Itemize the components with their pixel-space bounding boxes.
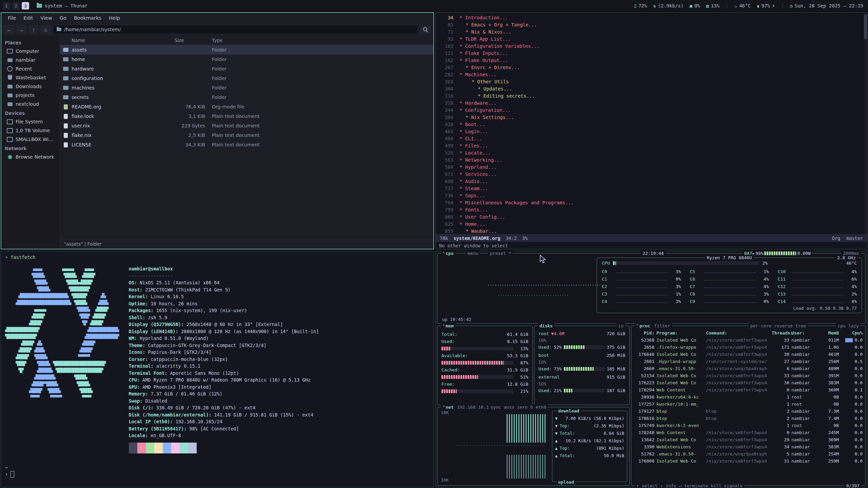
column-header-type[interactable]: Type: [211, 38, 433, 43]
shell-prompt[interactable]: ›: [5, 471, 434, 477]
memory-indicator[interactable]: ▤ 13%: [706, 3, 719, 8]
process-row[interactable]: 2601 .Hyprland-wrapp /run/current-system…: [634, 358, 863, 365]
process-row[interactable]: 175749 kworker/6:2-even 1 root 0B 0.0: [634, 422, 863, 429]
menu-item[interactable]: Bookmarks: [71, 14, 104, 22]
menu-button[interactable]: menu: [466, 250, 480, 256]
menu-item[interactable]: Go: [57, 14, 70, 22]
org-heading-line[interactable]: 34 * Introduction...: [436, 14, 864, 21]
up-button[interactable]: ↑: [28, 25, 39, 34]
process-row[interactable]: 178248 Web Content /nix/store/sm8fnrf3wp…: [634, 429, 863, 436]
menu-item[interactable]: View: [37, 14, 55, 22]
clock[interactable]: ◷ Sun, 28 Sep 2025 – 22:19: [790, 3, 863, 8]
file-row[interactable]: flake.nix 2,5 KiB Plain text document: [60, 130, 433, 140]
proc-toggles[interactable]: per-core reverse tree: [749, 323, 808, 328]
menu-item[interactable]: Help: [106, 14, 123, 22]
org-heading-line[interactable]: 764 * Miscellaneous Packages and Program…: [436, 199, 864, 206]
file-row[interactable]: machines Folder: [60, 83, 433, 93]
cpu-indicator[interactable]: ▣ 0%: [690, 3, 700, 8]
process-row[interactable]: 177257 kworker/10:1-mm_ 1 root 0B 0.0: [634, 401, 863, 408]
org-heading-line[interactable]: 282 * Machines...: [436, 71, 864, 78]
sidebar-item[interactable]: Downloads: [1, 82, 60, 91]
preset-button[interactable]: preset *: [488, 250, 513, 256]
sort-mode[interactable]: cpu lazy: [836, 323, 861, 328]
org-heading-line[interactable]: 103 * Configuration Variables...: [436, 43, 864, 50]
file-row[interactable]: secrets Folder: [60, 93, 433, 102]
org-heading-line[interactable]: 384 * Nix Settings...: [436, 114, 864, 121]
org-heading-line[interactable]: 71 * Nix & Nixos...: [436, 28, 864, 36]
back-button[interactable]: ←: [4, 25, 14, 34]
org-heading-line[interactable]: 428 * Boot...: [436, 121, 864, 128]
process-row[interactable]: 2658 .firefox-wrappe /nix/store/sm8fnrf3…: [634, 344, 863, 351]
column-header-size[interactable]: Size: [173, 38, 211, 43]
workspace-button[interactable]: 1: [3, 2, 10, 9]
sidebar-item[interactable]: nambiar: [1, 56, 60, 64]
process-row[interactable]: 176223 Isolated Web Co /nix/store/sm8fnr…: [634, 379, 863, 386]
battery-indicator[interactable]: ▮ 97% ⚡: [757, 3, 775, 8]
process-row[interactable]: 52134 Isolated Web Co /nix/store/sm8fnrf…: [634, 372, 863, 379]
org-heading-line[interactable]: 526 * Locale...: [436, 149, 864, 157]
org-heading-line[interactable]: 698 * Audio...: [436, 178, 864, 185]
process-row[interactable]: 178616 btop btop 2 nambiar 7.4M 0.0: [634, 415, 863, 422]
workspace-button[interactable]: 2: [12, 2, 20, 9]
process-row[interactable]: 52368 Isolated Web Co /nix/store/sm8fnrf…: [634, 337, 863, 344]
io-mode-toggle[interactable]: io: [616, 323, 625, 328]
file-row[interactable]: user.nix 229 bytes Plain text document: [60, 121, 433, 130]
process-row[interactable]: 178294 Web Content /nix/store/sm8fnrf3wp…: [634, 386, 863, 393]
process-row[interactable]: 3390 WebExtensions /nix/store/sm8fnrf3wp…: [634, 443, 863, 450]
sidebar-item[interactable]: Recent: [1, 64, 60, 73]
temperature-indicator[interactable]: ♨ 46°C: [734, 3, 751, 8]
volume-indicator[interactable]: ♫ 72%: [634, 3, 647, 8]
process-row[interactable]: 176646 Isolated Web Co /nix/store/sm8fnr…: [634, 351, 863, 358]
process-row[interactable]: 51762 .emacs-31.0.50- /nix/store/wnqz5pa…: [634, 450, 863, 458]
sidebar-item[interactable]: Browse Network: [1, 152, 60, 161]
org-heading-line[interactable]: 584 * Hyprland...: [436, 164, 864, 171]
org-heading-line[interactable]: 65 * Emacs + Org + Tangle...: [436, 21, 864, 28]
org-heading-line[interactable]: 93 * TLDR App List...: [436, 36, 864, 43]
sidebar-item[interactable]: SMALLBOX Wi…: [1, 135, 60, 144]
org-heading-line[interactable]: 736 * Sops...: [436, 192, 864, 199]
process-row[interactable]: 179127 btop btop 2 nambiar 7.3M 0.0: [634, 408, 863, 415]
scrollbar[interactable]: [864, 13, 867, 234]
org-heading-line[interactable]: 121 * Flake Inputs...: [436, 50, 864, 57]
org-buffer[interactable]: 34 * Introduction... 65 * Emacs + Org + …: [436, 13, 864, 236]
menu-item[interactable]: Edit: [20, 14, 36, 22]
sidebar-item[interactable]: Computer: [1, 47, 60, 56]
org-heading-line[interactable]: 304 * Updates...: [436, 85, 864, 93]
home-button[interactable]: ⌂: [41, 25, 51, 34]
process-row[interactable]: 2660 .emacs-31.0.50- /nix/store/wnqz5pa8…: [634, 365, 863, 372]
sidebar-item[interactable]: nextcloud: [1, 100, 60, 108]
org-heading-line[interactable]: 799 * Fonts...: [436, 206, 864, 214]
column-header-name[interactable]: Name: [72, 38, 173, 43]
org-heading-line[interactable]: 563 * Networking...: [436, 157, 864, 164]
process-row[interactable]: 176000 Isolated Web Co /nix/store/sm8fnr…: [634, 458, 863, 465]
path-input[interactable]: /home/nambiar/system/: [53, 25, 418, 34]
org-heading-line[interactable]: 344 * Configuration...: [436, 107, 864, 114]
proc-footer-keys[interactable]: ↑ select ↓ info ↵ terminate kill signals: [635, 483, 744, 488]
org-heading-line[interactable]: 303 * Other Utils: [436, 78, 864, 85]
terminal-window[interactable]: › fastfetch ▗▄▄▄ ▗▄▄▄▄ ▄▄▄▖ ▜███▙ ▜███▙ …: [1, 251, 434, 487]
sidebar-item[interactable]: 1,0 TB Volume: [1, 126, 60, 135]
sidebar-item[interactable]: projects: [1, 91, 60, 100]
org-heading-line[interactable]: 825 * Home...: [436, 221, 864, 228]
file-row[interactable]: README.org 76,4 KiB Org-mode file: [60, 102, 433, 111]
org-heading-line[interactable]: 484 * CLI...: [436, 135, 864, 142]
org-heading-line[interactable]: 267 * Envrc + Direnv...: [436, 64, 864, 71]
search-button[interactable]: [420, 25, 431, 34]
scrollbar-thumb[interactable]: [864, 15, 867, 39]
network-indicator[interactable]: ⇅ (2.9kb/s): [653, 3, 684, 8]
org-heading-line[interactable]: 855 * Waubar...: [436, 228, 864, 235]
org-heading-line[interactable]: 809 * User Config...: [436, 214, 864, 221]
file-row[interactable]: home Folder: [60, 55, 433, 64]
org-heading-line[interactable]: 717 * Steam...: [436, 185, 864, 192]
org-heading-line[interactable]: 310 * Editing secrets...: [436, 93, 864, 100]
sidebar-item[interactable]: File System: [1, 117, 60, 126]
process-row[interactable]: 13642 Isolated Web Co /nix/store/sm8fnrf…: [634, 436, 863, 443]
file-row[interactable]: hardware Folder: [60, 64, 433, 74]
file-row[interactable]: flake.lock 3,1 KiB Plain text document: [60, 111, 433, 121]
org-heading-line[interactable]: 671 * Services...: [436, 171, 864, 178]
sidebar-item[interactable]: Wastebasket: [1, 73, 60, 82]
org-heading-line[interactable]: 461 * Login...: [436, 128, 864, 135]
org-heading-line[interactable]: 316 * Hardware...: [436, 100, 864, 107]
process-row[interactable]: 38936 kworker/u64:6-kc 1 root 0B 0.0: [634, 393, 863, 401]
menu-item[interactable]: File: [5, 14, 19, 22]
